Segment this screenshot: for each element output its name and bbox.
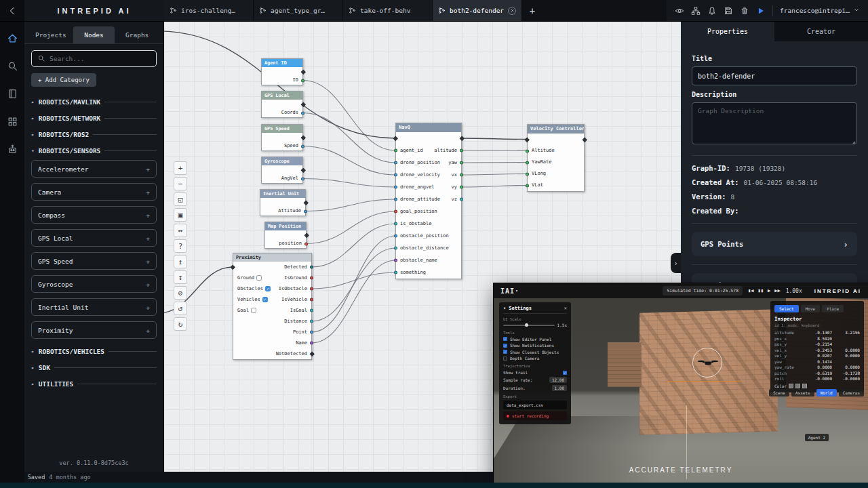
altitude-port[interactable] — [460, 149, 463, 152]
sim-tab-assets[interactable]: Assets — [791, 389, 814, 396]
playback-speed[interactable]: 1.00x — [786, 288, 802, 294]
vy-port[interactable] — [460, 186, 463, 189]
start-recording-button[interactable]: start recording — [503, 411, 567, 420]
color-swatch[interactable] — [789, 384, 793, 388]
AngVel-port[interactable] — [301, 177, 304, 180]
pause-button[interactable]: ▮▮ — [758, 288, 764, 293]
position-port[interactable] — [304, 242, 308, 245]
tab-creator[interactable]: Creator — [774, 22, 868, 41]
settings-checkbox-row[interactable]: ✓Show Editor Panel — [503, 337, 567, 342]
fit-width-button[interactable]: ↔ — [174, 224, 187, 237]
nav-library[interactable] — [7, 88, 18, 100]
yaw-port[interactable] — [460, 161, 463, 165]
Detected-port[interactable] — [310, 266, 313, 269]
Name-port[interactable] — [310, 342, 313, 345]
drone_attitude-port[interactable] — [394, 198, 397, 201]
Attitude-port[interactable] — [304, 209, 307, 213]
add-node-icon[interactable]: + — [146, 327, 150, 334]
redo-button[interactable]: ↻ — [174, 317, 187, 331]
skip-back-button[interactable]: ▮◀ — [748, 288, 753, 293]
exec-in-port[interactable] — [525, 137, 529, 141]
fast-forward-button[interactable]: ▶▶ — [774, 288, 780, 293]
sidebar-node-item[interactable]: GPS Speed+ — [31, 252, 157, 270]
sidebar-tab-nodes[interactable]: Nodes — [73, 26, 115, 43]
checkbox[interactable] — [256, 275, 262, 281]
exec-out-port[interactable] — [460, 136, 464, 140]
Distance-port[interactable] — [310, 320, 313, 323]
sidebar-section-header[interactable]: ▸SDK — [31, 364, 157, 371]
sim-tab-world[interactable]: World — [816, 389, 837, 396]
IsGround-port[interactable] — [310, 277, 313, 280]
checkbox[interactable]: ✓ — [503, 344, 507, 348]
agent_id-port[interactable] — [394, 149, 397, 152]
vx-port[interactable] — [460, 174, 463, 177]
add-node-icon[interactable]: + — [146, 211, 150, 219]
search-input[interactable] — [50, 55, 151, 62]
node-navq[interactable]: NavQagent_idaltitudedrone_positionyawdro… — [395, 123, 462, 279]
sidebar-section-header[interactable]: ▸UTILITIES — [31, 380, 157, 388]
vz-port[interactable] — [460, 198, 463, 201]
sidebar-section-header[interactable]: ▸ROBOTICS/ROS2 — [31, 131, 157, 138]
Speed-port[interactable] — [301, 144, 304, 148]
YawRate-port[interactable] — [526, 161, 529, 164]
slider-knob[interactable] — [525, 323, 528, 327]
node-map-position[interactable]: Map Positionposition — [264, 222, 307, 249]
nav-search[interactable] — [7, 60, 18, 72]
settings-checkbox-row[interactable]: ✓Show Closest Objects — [503, 350, 567, 354]
settings-checkbox-row[interactable]: ✓Show Notifications — [503, 343, 567, 348]
graph-tab[interactable]: take-off-behv — [343, 0, 433, 21]
sidebar-node-item[interactable]: Compass+ — [31, 206, 157, 224]
node-gps-local[interactable]: GPS LocalCoords — [261, 91, 303, 118]
exec-in-port[interactable] — [231, 265, 235, 269]
visibility-button[interactable] — [675, 6, 684, 16]
Coords-port[interactable] — [301, 111, 304, 115]
sidebar-section-header[interactable]: ▾ROBOTICS/SENSORS — [31, 147, 157, 155]
exec-out-port[interactable] — [301, 69, 305, 73]
exec-out-port[interactable] — [301, 167, 305, 171]
graph-tab[interactable]: agent_type_gr… — [254, 0, 343, 21]
delete-graph-button[interactable] — [740, 6, 749, 16]
user-menu[interactable]: francesco@intrepi… — [780, 7, 860, 15]
checkbox[interactable]: ✓ — [503, 337, 507, 341]
nav-apps[interactable] — [7, 116, 18, 127]
obstacle_name-port[interactable] — [394, 259, 397, 262]
graph-description-input[interactable] — [692, 102, 857, 144]
node-gyroscope[interactable]: GyroscopeAngVel — [261, 157, 303, 184]
panel-collapse-handle[interactable]: › — [671, 253, 681, 273]
drone_position-port[interactable] — [394, 161, 397, 165]
checkbox[interactable] — [251, 308, 256, 313]
play-button[interactable]: ▶ — [768, 288, 770, 293]
checkbox[interactable]: ✓ — [262, 297, 268, 302]
save-graph-button[interactable] — [724, 6, 733, 16]
tab-properties[interactable]: Properties — [681, 22, 774, 41]
IsGoal-port[interactable] — [310, 309, 313, 312]
exec-out-port[interactable] — [301, 135, 305, 139]
checkbox[interactable]: ✓ — [563, 371, 567, 375]
exec-out-port[interactable] — [304, 200, 308, 204]
obstacle_position-port[interactable] — [394, 235, 397, 238]
NotDetected-port[interactable] — [310, 352, 314, 356]
sidebar-section-header[interactable]: ▸ROBOTICS/NETWORK — [31, 115, 157, 122]
sidebar-tab-projects[interactable]: Projects — [30, 26, 72, 43]
IsVehicle-port[interactable] — [310, 298, 313, 302]
deploy-graph-button[interactable] — [691, 6, 701, 16]
close-tab-button[interactable] — [508, 7, 516, 15]
VLat-port[interactable] — [526, 184, 529, 187]
resize-handle-icon[interactable]: ◢ — [852, 140, 855, 145]
zoom-in-button[interactable]: + — [174, 161, 187, 175]
checkbox[interactable]: ✓ — [265, 286, 271, 291]
sidebar-tab-graphs[interactable]: Graphs — [116, 26, 158, 43]
nav-home[interactable] — [7, 33, 18, 44]
ID-port[interactable] — [301, 79, 304, 82]
sidebar-node-item[interactable]: Camera+ — [31, 183, 157, 201]
sample-rate-value[interactable]: 12.00 — [549, 377, 567, 383]
add-category-button[interactable]: + Add Category — [31, 73, 96, 87]
undo-button[interactable]: ↺ — [174, 302, 187, 315]
exec-in-port[interactable] — [393, 136, 397, 140]
Altitude-port[interactable] — [526, 149, 529, 152]
add-node-icon[interactable]: + — [146, 165, 150, 173]
exec-out-port[interactable] — [304, 232, 309, 237]
close-icon[interactable]: ✕ — [564, 306, 567, 311]
graph-tab[interactable]: iros-challeng… — [164, 0, 254, 21]
back-button[interactable] — [0, 0, 24, 21]
